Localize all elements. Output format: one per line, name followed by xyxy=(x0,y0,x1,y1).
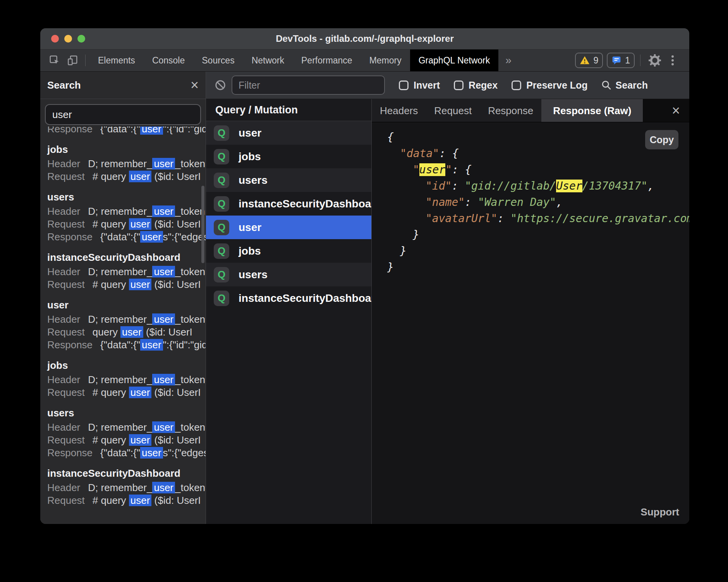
minimize-window-button[interactable] xyxy=(64,35,72,43)
json-content: {"data": {"user": {"id": "gid://gitlab/U… xyxy=(387,129,689,276)
search-result-row[interactable]: HeaderD; remember_user_token=e xyxy=(47,313,206,326)
tab-response[interactable]: Response xyxy=(480,99,541,122)
search-input[interactable] xyxy=(45,104,201,125)
search-result-row[interactable]: Request# query user ($id: UserI xyxy=(47,170,206,183)
settings-gear-icon[interactable] xyxy=(646,52,664,69)
query-type-icon: Q xyxy=(214,149,229,164)
search-result-group: instanceSecurityDashboardHeaderD; rememb… xyxy=(47,465,206,507)
search-result-row[interactable]: Request# query user ($id: UserI xyxy=(47,386,206,399)
filter-input[interactable] xyxy=(232,75,385,95)
checkbox-preserve-log[interactable]: Preserve Log xyxy=(512,80,587,91)
search-icon xyxy=(601,80,612,91)
device-toolbar-icon[interactable] xyxy=(64,52,81,69)
result-row-text: _token=e xyxy=(175,158,206,169)
toolbar-divider xyxy=(85,55,86,66)
detail-tab-strip: HeadersRequestResponse Response (Raw) × xyxy=(372,99,689,122)
result-row-type: Request xyxy=(47,495,85,506)
search-result-row[interactable]: Response{"data":{"user":{"id":"gid xyxy=(47,127,206,135)
inspect-element-icon[interactable] xyxy=(46,52,64,69)
query-row-user[interactable]: Quser xyxy=(206,121,371,145)
json-line: } xyxy=(387,227,689,243)
query-row-label: instanceSecurityDashboard xyxy=(239,198,382,210)
query-row-jobs[interactable]: Qjobs xyxy=(206,145,371,168)
result-group-name: instanceSecurityDashboard xyxy=(47,465,206,481)
query-list-panel: Query / Mutation QuserQjobsQusersQinstan… xyxy=(206,99,372,524)
close-window-button[interactable] xyxy=(51,35,59,43)
devtools-tab-memory[interactable]: Memory xyxy=(361,50,410,71)
result-row-type: Header xyxy=(47,421,80,433)
preserve-log-checkbox[interactable] xyxy=(512,80,521,90)
result-row-text: user xyxy=(129,387,152,398)
message-count: 1 xyxy=(625,55,630,66)
traffic-lights xyxy=(51,28,85,49)
clear-log-icon[interactable] xyxy=(214,77,227,94)
query-type-icon: Q xyxy=(214,243,229,259)
search-result-row[interactable]: Request# query user ($id: UserI xyxy=(47,494,206,507)
devtools-tab-graphql-network[interactable]: GraphQL Network xyxy=(410,50,499,71)
support-link[interactable]: Support xyxy=(640,504,679,520)
regex-checkbox[interactable] xyxy=(454,80,464,90)
kebab-menu-icon[interactable] xyxy=(664,52,682,69)
console-warnings-badge[interactable]: 9 xyxy=(575,53,603,68)
query-row-label: user xyxy=(239,221,261,234)
devtools-tab-console[interactable]: Console xyxy=(144,50,193,71)
search-result-row[interactable]: Request# query user ($id: UserI xyxy=(47,218,206,231)
result-row-text: user xyxy=(129,434,152,446)
detail-close-icon[interactable]: × xyxy=(672,104,680,118)
tab-headers[interactable]: Headers xyxy=(372,99,426,122)
search-result-row[interactable]: Response{"data":{"users":{"edges xyxy=(47,231,206,243)
search-result-row[interactable]: Response{"data":{"user":{"id":"gid xyxy=(47,339,206,351)
more-tabs-icon[interactable]: » xyxy=(498,54,519,67)
query-row-label: jobs xyxy=(239,245,261,257)
console-messages-badge[interactable]: 1 xyxy=(607,53,635,68)
query-row-users[interactable]: Qusers xyxy=(206,263,371,286)
search-result-row[interactable]: HeaderD; remember_user_token=e xyxy=(47,481,206,494)
devtools-tab-elements[interactable]: Elements xyxy=(89,50,144,71)
network-search-button[interactable]: Search xyxy=(601,80,648,91)
search-result-row[interactable]: HeaderD; remember_user_token=e xyxy=(47,205,206,218)
tab-request[interactable]: Request xyxy=(426,99,480,122)
search-result-row[interactable]: HeaderD; remember_user_token=e xyxy=(47,373,206,386)
query-row-users[interactable]: Qusers xyxy=(206,168,371,192)
devtools-tab-sources[interactable]: Sources xyxy=(193,50,243,71)
search-result-row[interactable]: Response{"data":{"users":{"edges xyxy=(47,447,206,459)
checkbox-invert[interactable]: Invert xyxy=(399,80,440,91)
json-token: "gid://gitlab/ xyxy=(465,180,556,192)
result-group-name: jobs xyxy=(47,141,206,157)
result-row-type: Header xyxy=(47,374,80,385)
result-row-type: Request xyxy=(47,171,85,182)
result-row-text: user xyxy=(129,171,152,182)
search-result-row[interactable]: Request# query user ($id: UserI xyxy=(47,434,206,447)
result-group-name: instanceSecurityDashboard xyxy=(47,249,206,265)
result-row-type: Header xyxy=(47,482,80,493)
result-row-text: _token=e xyxy=(175,313,206,325)
query-row-jobs[interactable]: Qjobs xyxy=(206,239,371,263)
search-result-row[interactable]: Request# query user ($id: UserI xyxy=(47,278,206,291)
result-row-text: s":{"edges xyxy=(163,231,206,243)
tab-response-raw[interactable]: Response (Raw) xyxy=(541,99,643,122)
query-row-label: user xyxy=(239,127,261,139)
invert-checkbox[interactable] xyxy=(399,80,409,90)
devtools-tab-network[interactable]: Network xyxy=(243,50,293,71)
search-results-list: Response{"data":{"user":{"id":"gidjobsHe… xyxy=(40,127,206,524)
query-row-user[interactable]: Quser xyxy=(206,216,371,239)
checkbox-regex[interactable]: Regex xyxy=(454,80,498,91)
query-row-instancesecuritydashboard[interactable]: QinstanceSecurityDashboard xyxy=(206,192,371,216)
devtools-tab-performance[interactable]: Performance xyxy=(293,50,361,71)
search-close-icon[interactable]: × xyxy=(191,78,199,92)
search-result-row[interactable]: HeaderD; remember_user_token=e xyxy=(47,265,206,278)
json-token: " xyxy=(445,163,452,176)
result-row-text: _token=e xyxy=(175,374,206,385)
zoom-window-button[interactable] xyxy=(77,35,85,43)
search-result-row[interactable]: HeaderD; remember_user_token=e xyxy=(47,157,206,170)
search-panel-header: Search × xyxy=(40,72,206,99)
copy-button[interactable]: Copy xyxy=(645,130,678,149)
query-row-label: users xyxy=(239,174,268,187)
search-result-row[interactable]: Requestquery user ($id: UserI xyxy=(47,326,206,339)
detail-panel: HeadersRequestResponse Response (Raw) × … xyxy=(372,99,689,524)
search-panel-scrollbar[interactable] xyxy=(201,186,204,263)
query-row-instancesecuritydashboard[interactable]: QinstanceSecurityDashboard xyxy=(206,286,371,310)
json-token: "Warren Day" xyxy=(478,196,556,209)
json-token: "id" xyxy=(426,180,452,192)
search-result-row[interactable]: HeaderD; remember_user_token=e xyxy=(47,421,206,434)
